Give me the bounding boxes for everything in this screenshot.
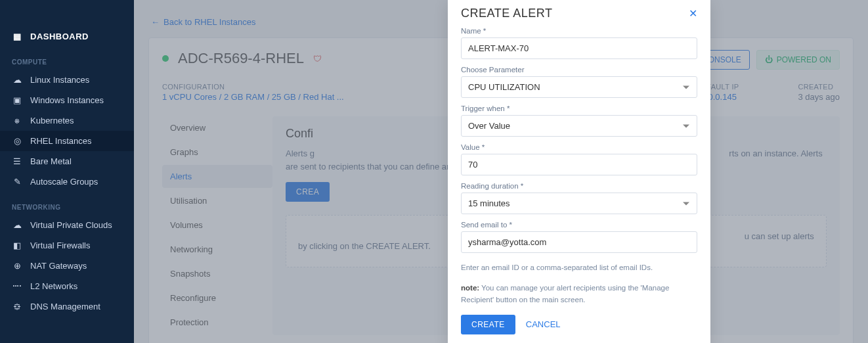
sidebar-item-dashboard[interactable]: ▦ DASHBOARD [0,26,134,47]
sidebar-item-l2[interactable]: ᠁ L2 Networks [0,276,134,296]
sidebar-label-k8s: Kubernetes [30,116,74,126]
dashboard-icon: ▦ [12,32,22,41]
sidebar-label-autoscale: Autoscale Groups [30,177,98,187]
name-input[interactable] [461,37,697,59]
email-input[interactable] [461,231,697,253]
server-icon: ☰ [12,156,22,166]
duration-label: Reading duration * [461,182,697,190]
sidebar-label-nat: NAT Gateways [30,261,87,271]
sidebar-label-windows: Windows Instances [30,95,104,105]
cloud-solid-icon: ☁ [12,220,22,230]
sidebar-item-nat[interactable]: ⊕ NAT Gateways [0,256,134,276]
windows-icon: ▣ [12,95,22,105]
sidebar-item-rhel-instances[interactable]: ◎ RHEL Instances [0,131,134,151]
duration-select[interactable] [461,193,697,214]
sidebar-item-windows-instances[interactable]: ▣ Windows Instances [0,90,134,110]
firewall-icon: ◧ [12,240,22,250]
sidebar-section-compute: COMPUTE [0,47,134,70]
close-icon[interactable]: ✕ [689,7,697,20]
sidebar-item-dns[interactable]: ⯐ DNS Management [0,296,134,317]
email-label: Send email to * [461,221,697,229]
sidebar-item-bare-metal[interactable]: ☰ Bare Metal [0,151,134,172]
modal-create-button[interactable]: CREATE [461,315,515,334]
trigger-label: Trigger when * [461,104,697,112]
sidebar: ▦ DASHBOARD COMPUTE ☁ Linux Instances ▣ … [0,0,134,343]
sidebar-item-autoscale-groups[interactable]: ✎ Autoscale Groups [0,172,134,192]
email-hint: Enter an email ID or a comma-separated l… [461,262,697,273]
value-label: Value * [461,143,697,151]
modal-title: CREATE ALERT [461,7,552,20]
name-label: Name * [461,27,697,35]
network-icon: ᠁ [12,281,22,291]
dns-icon: ⯐ [12,302,22,311]
value-input[interactable] [461,154,697,175]
sidebar-label-l2: L2 Networks [30,281,77,291]
scale-icon: ✎ [12,177,22,187]
sidebar-item-vpc[interactable]: ☁ Virtual Private Clouds [0,215,134,235]
sidebar-item-linux-instances[interactable]: ☁ Linux Instances [0,70,134,90]
gateway-icon: ⊕ [12,261,22,271]
sidebar-label-baremetal: Bare Metal [30,156,72,166]
sidebar-label-dns: DNS Management [30,302,100,311]
sidebar-label-rhel: RHEL Instances [30,136,91,146]
parameter-label: Choose Parameter [461,66,697,74]
modal-cancel-button[interactable]: CANCEL [526,319,561,329]
sidebar-section-networking: NETWORKING [0,192,134,215]
kubernetes-icon: ⎈ [12,116,22,126]
trigger-select[interactable] [461,115,697,137]
rhel-icon: ◎ [12,136,22,146]
sidebar-item-kubernetes[interactable]: ⎈ Kubernetes [0,110,134,131]
parameter-select[interactable] [461,76,697,98]
create-alert-modal: CREATE ALERT ✕ Name * Choose Parameter T… [448,0,710,343]
main-content: ← Back to RHEL Instances ADC-R569-4-RHEL… [134,0,868,343]
cloud-icon: ☁ [12,75,22,85]
sidebar-item-firewalls[interactable]: ◧ Virtual Firewalls [0,235,134,256]
recipients-note: note: You can manage your alert recipien… [461,283,697,306]
sidebar-label-vpc: Virtual Private Clouds [30,220,112,230]
sidebar-label-linux: Linux Instances [30,75,89,85]
sidebar-label-firewalls: Virtual Firewalls [30,240,91,250]
sidebar-label-dashboard: DASHBOARD [30,32,89,41]
